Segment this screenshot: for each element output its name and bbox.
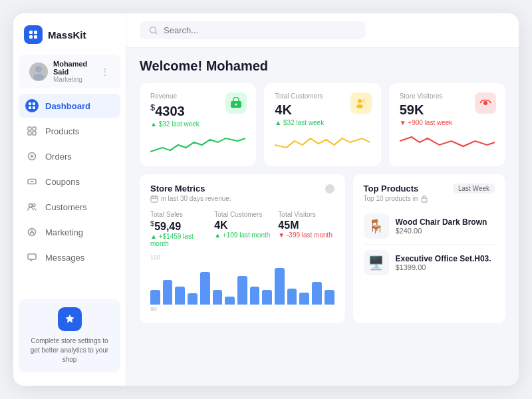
promo-text: Complete store settings to get better an… (27, 336, 112, 364)
page-title: Welcome! Mohamed (140, 59, 505, 74)
y-label-90: 90 (150, 306, 157, 313)
avatar (29, 63, 48, 81)
product-name-0: Wood Chair Dark Brown (396, 217, 495, 227)
logo-area: MassKit (13, 25, 126, 55)
bar (175, 287, 185, 305)
sidebar-label-coupons: Coupons (45, 177, 80, 187)
svg-rect-3 (34, 35, 37, 39)
user-role: Marketing (53, 76, 95, 83)
svg-rect-28 (422, 198, 427, 202)
y-label-120: 120 (150, 254, 160, 261)
bar (200, 272, 210, 305)
stat-change-visitors: ▼ +900 last week (400, 119, 495, 126)
svg-point-24 (362, 99, 365, 102)
svg-point-5 (33, 74, 44, 80)
sidebar-item-customers[interactable]: Customers (19, 195, 120, 219)
svg-point-18 (29, 229, 36, 236)
nav-list: Dashboard Products Orders Coupons (13, 94, 126, 294)
sidebar-promo: Complete store settings to get better an… (19, 299, 120, 372)
sidebar: MassKit Mohamed Said Marketing ⋮ Dashboa… (13, 13, 126, 386)
orders-icon (25, 150, 39, 163)
store-metrics-title: Store Metrics (150, 184, 205, 194)
calendar-icon (150, 195, 158, 203)
list-item: 🪑 Wood Chair Dark Brown $240.00 (364, 208, 495, 245)
customers-icon (350, 92, 372, 114)
search-input[interactable] (164, 25, 356, 35)
stats-row: Revenue $4303 ▲ $32 last week (140, 83, 505, 166)
svg-point-16 (29, 204, 33, 207)
product-info-1: Executive Office Set.H03. $1399.00 (396, 254, 495, 271)
bar (312, 282, 322, 305)
stat-card-visitors: Store Visitores 59K ▼ +900 last week (389, 83, 505, 166)
bar (237, 276, 247, 305)
top-products-header: Top Products Top 10 products in Last Wee… (364, 184, 495, 203)
svg-point-23 (358, 99, 362, 103)
svg-point-22 (235, 104, 237, 106)
sidebar-item-marketing[interactable]: Marketing (19, 220, 120, 244)
sidebar-item-coupons[interactable]: Coupons (19, 170, 120, 194)
user-menu-icon[interactable]: ⋮ (100, 66, 110, 77)
svg-rect-0 (29, 31, 33, 34)
svg-point-25 (356, 104, 363, 108)
metric-total-sales: Total Sales $59,49 ▲ +$1459 last month (150, 211, 206, 247)
promo-icon (58, 307, 82, 331)
bar (150, 290, 160, 305)
metric-total-visitors: Total Visitors 45M ▼ -399 last month (278, 211, 334, 247)
customers-icon (25, 200, 39, 213)
visitors-sparkline (400, 132, 495, 156)
week-filter[interactable]: Last Week (453, 184, 495, 194)
search-icon (149, 26, 158, 35)
top-products-title: Top Products (364, 184, 429, 194)
product-info-0: Wood Chair Dark Brown $240.00 (396, 217, 495, 235)
user-area[interactable]: Mohamed Said Marketing ⋮ (19, 55, 120, 88)
svg-rect-8 (29, 106, 31, 109)
svg-rect-1 (34, 31, 37, 34)
visitors-icon (475, 92, 496, 114)
svg-rect-10 (28, 127, 31, 130)
svg-point-17 (33, 204, 35, 207)
bar (299, 293, 309, 305)
sidebar-label-dashboard: Dashboard (45, 101, 90, 111)
sidebar-label-products: Products (45, 126, 79, 136)
product-image-1: 🖥️ (364, 250, 389, 275)
messages-icon (25, 251, 39, 264)
product-price-0: $240.00 (396, 227, 495, 235)
coupons-icon (25, 175, 39, 188)
bar (262, 290, 272, 305)
customers-sparkline (275, 132, 370, 156)
sidebar-label-marketing: Marketing (45, 227, 83, 237)
sidebar-label-orders: Orders (45, 152, 72, 162)
svg-rect-6 (29, 102, 31, 105)
bar (188, 293, 198, 305)
logo-icon (24, 25, 43, 44)
metrics-toggle[interactable] (325, 184, 334, 194)
sidebar-item-products[interactable]: Products (19, 119, 120, 143)
bar (275, 268, 285, 305)
sidebar-item-orders[interactable]: Orders (19, 144, 120, 168)
sidebar-item-dashboard[interactable]: Dashboard (19, 94, 120, 118)
bottom-row: Store Metrics in last 30 days revenue. T… (140, 174, 505, 323)
product-name-1: Executive Office Set.H03. (396, 254, 495, 263)
topbar (126, 13, 519, 48)
stat-card-customers: Total Customers 4K ▲ $32 last week (264, 83, 380, 166)
top-products-subtitle: Top 10 products in (364, 195, 429, 203)
sidebar-label-customers: Customers (45, 202, 87, 212)
main-area: Welcome! Mohamed Revenue $4303 ▲ $32 las… (126, 13, 519, 386)
stat-change-customers: ▲ $32 last week (275, 119, 370, 126)
sidebar-item-messages[interactable]: Messages (19, 245, 120, 269)
svg-rect-12 (28, 132, 31, 135)
stat-card-revenue: Revenue $4303 ▲ $32 last week (140, 83, 256, 166)
stat-change-revenue: ▲ $32 last week (150, 120, 245, 128)
bar-chart (150, 265, 334, 305)
bar (325, 290, 334, 305)
user-info: Mohamed Said Marketing (53, 60, 95, 83)
marketing-icon (25, 225, 39, 239)
store-metrics-subtitle: in last 30 days revenue. (150, 195, 334, 203)
user-name: Mohamed Said (53, 60, 95, 76)
search-bar[interactable] (140, 21, 366, 39)
svg-rect-19 (28, 254, 36, 259)
list-item: 🖥️ Executive Office Set.H03. $1399.00 (364, 245, 495, 281)
top-products-card: Top Products Top 10 products in Last Wee… (353, 174, 506, 323)
svg-point-4 (35, 66, 42, 72)
bar (225, 297, 235, 305)
